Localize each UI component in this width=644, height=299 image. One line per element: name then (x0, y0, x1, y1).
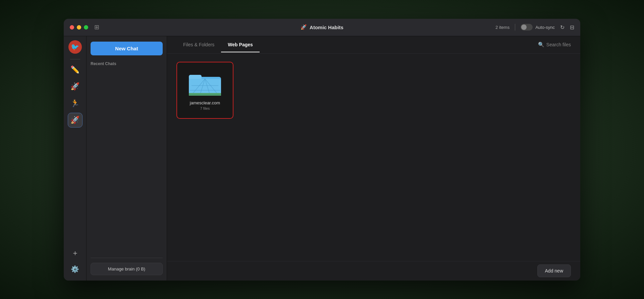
right-panel: Files & Folders Web Pages 🔍 Search files (167, 36, 580, 281)
title-text: Atomic Habits (310, 24, 343, 30)
sidebar-bottom: ＋ ⚙️ (68, 246, 83, 277)
icon-sidebar: 🐦 ✏️ 🚀 🏃 🚀 ＋ ⚙️ (64, 36, 87, 281)
layout-icon[interactable]: ⊟ (570, 24, 574, 31)
close-button[interactable] (70, 25, 74, 30)
search-icon: 🔍 (538, 42, 544, 48)
main-content: 🐦 ✏️ 🚀 🏃 🚀 ＋ ⚙️ New Chat Recent Chats Ma… (64, 36, 580, 281)
window-title: 🚀 Atomic Habits (301, 24, 343, 30)
sidebar-item-notes[interactable]: ✏️ (68, 62, 83, 77)
autosync-label: Auto-sync (535, 25, 555, 30)
maximize-button[interactable] (84, 25, 88, 30)
app-window: ⊞ 🚀 Atomic Habits 2 items Auto-sync ↻ ⊟ … (64, 19, 580, 281)
sidebar-separator (70, 59, 80, 59)
chat-sidebar: New Chat Recent Chats Manage brain (0 B) (87, 36, 167, 281)
file-meta: 7 files (200, 106, 210, 110)
avatar[interactable]: 🐦 (68, 40, 82, 54)
sidebar-toggle-icon[interactable]: ⊞ (94, 23, 99, 31)
titlebar: ⊞ 🚀 Atomic Habits 2 items Auto-sync ↻ ⊟ (64, 19, 580, 36)
tab-files-folders[interactable]: Files & Folders (176, 37, 221, 52)
tab-web-pages[interactable]: Web Pages (221, 37, 259, 52)
title-emoji: 🚀 (301, 24, 307, 30)
sidebar-item-rocket1[interactable]: 🚀 (68, 79, 83, 94)
bottom-bar: Add new (167, 261, 580, 281)
chat-sidebar-bottom: Manage brain (0 B) (91, 258, 163, 275)
sidebar-item-runner[interactable]: 🏃 (68, 96, 83, 111)
add-new-button[interactable]: Add new (537, 264, 571, 277)
new-chat-button[interactable]: New Chat (91, 42, 163, 55)
autosync-toggle[interactable]: Auto-sync (521, 24, 555, 31)
tabs-bar: Files & Folders Web Pages 🔍 Search files (167, 36, 580, 54)
file-grid: jamesclear.com 7 files (167, 54, 580, 261)
recent-chats-label: Recent Chats (91, 61, 163, 66)
svg-rect-10 (189, 94, 221, 95)
items-count: 2 items (495, 25, 509, 30)
add-item-button[interactable]: ＋ (68, 246, 83, 260)
sidebar-item-rocket-active[interactable]: 🚀 (68, 113, 83, 128)
toggle-track[interactable] (521, 24, 533, 31)
search-files-label: Search files (546, 42, 571, 47)
refresh-icon[interactable]: ↻ (560, 24, 565, 31)
list-item[interactable]: jamesclear.com 7 files (176, 62, 233, 119)
search-files-area[interactable]: 🔍 Search files (538, 42, 571, 48)
manage-brain-button[interactable]: Manage brain (0 B) (91, 263, 163, 275)
titlebar-right: 2 items Auto-sync ↻ ⊟ (495, 24, 574, 31)
svg-rect-1 (189, 75, 202, 80)
toggle-thumb (521, 24, 527, 30)
chat-sidebar-separator (91, 258, 163, 258)
settings-icon[interactable]: ⚙️ (68, 262, 83, 277)
folder-icon (188, 70, 222, 97)
traffic-lights (70, 25, 88, 30)
file-name: jamesclear.com (190, 100, 220, 105)
minimize-button[interactable] (77, 25, 81, 30)
divider (515, 24, 515, 31)
